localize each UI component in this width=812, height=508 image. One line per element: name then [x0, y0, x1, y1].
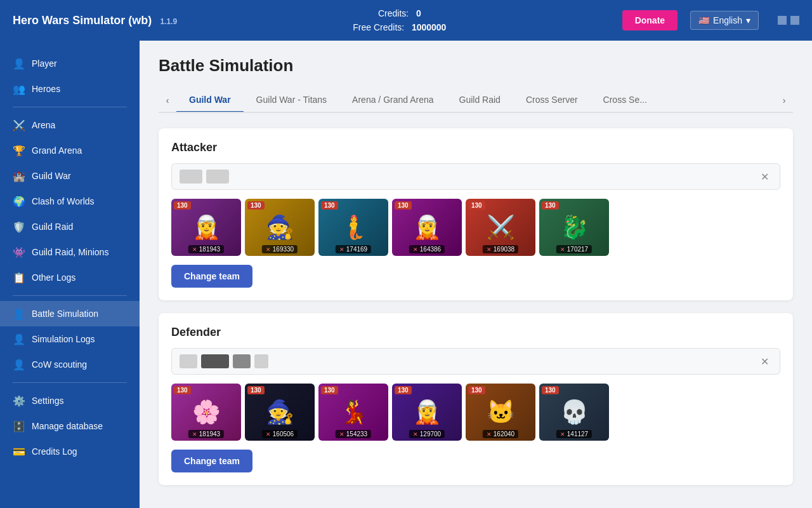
attacker-hero-6[interactable]: 🐉 130 ✕170217 — [539, 199, 609, 256]
defender-hero-2[interactable]: 🧙 130 ✕160506 — [245, 384, 315, 441]
sidebar-item-credits-log[interactable]: 💳 Credits Log — [0, 439, 140, 464]
credits-label: Credits: — [378, 8, 409, 18]
hero-level: 130 — [395, 386, 412, 394]
attacker-selector-bar: ✕ — [171, 163, 780, 190]
defender-selector-placeholders — [180, 354, 753, 368]
sidebar: 👤 Player 👥 Heroes ⚔️ Arena 🏆 Grand Arena… — [0, 41, 140, 508]
tab-cross-se[interactable]: Cross Se... — [591, 88, 660, 112]
sidebar-item-player[interactable]: 👤 Player — [0, 51, 140, 76]
settings-icon: ⚙️ — [13, 394, 25, 407]
sidebar-item-heroes[interactable]: 👥 Heroes — [0, 76, 140, 102]
hero-level: 130 — [174, 386, 191, 394]
attacker-hero-3[interactable]: 🧜 130 ✕174169 — [318, 199, 388, 256]
hero-level: 130 — [468, 386, 485, 394]
credits-log-icon: 💳 — [13, 445, 25, 458]
hero-power: ✕164386 — [409, 245, 445, 253]
attacker-change-team-button[interactable]: Change team — [171, 265, 252, 288]
app-version: 1.1.9 — [160, 17, 177, 26]
guild-war-icon: 🏰 — [13, 170, 25, 182]
manage-database-icon: 🗄️ — [13, 420, 25, 432]
simulation-logs-icon: 👤 — [13, 333, 25, 345]
attacker-selector-block-2 — [206, 170, 229, 184]
hero-level: 130 — [321, 386, 338, 394]
defender-hero-6[interactable]: 💀 130 ✕141127 — [539, 384, 609, 441]
tabs-next-arrow[interactable]: › — [775, 89, 793, 112]
sidebar-label-simulation-logs: Simulation Logs — [32, 334, 95, 344]
hero-power: ✕181943 — [188, 245, 224, 253]
free-credits-label: Free Credits: — [353, 22, 404, 32]
tab-guild-war-titans[interactable]: Guild War - Titans — [244, 88, 340, 112]
attacker-card: Attacker ✕ 🧝 130 ✕181943 🧙 130 — [159, 128, 793, 300]
attacker-hero-4[interactable]: 🧝 130 ✕164386 — [392, 199, 462, 256]
sidebar-label-guild-raid: Guild Raid — [32, 222, 73, 232]
sidebar-item-clash-of-worlds[interactable]: 🌍 Clash of Worlds — [0, 189, 140, 214]
sidebar-item-grand-arena[interactable]: 🏆 Grand Arena — [0, 138, 140, 163]
defender-change-team-button[interactable]: Change team — [171, 450, 252, 472]
defender-selector-block-3 — [233, 354, 251, 368]
maximize-button[interactable] — [790, 16, 799, 25]
heroes-icon: 👥 — [13, 83, 25, 95]
sidebar-item-settings[interactable]: ⚙️ Settings — [0, 388, 140, 413]
sidebar-label-other-logs: Other Logs — [32, 272, 75, 283]
hero-level: 130 — [321, 201, 338, 210]
hero-level: 130 — [395, 201, 412, 210]
chevron-down-icon: ▾ — [746, 15, 750, 25]
attacker-selector-block-1 — [180, 170, 202, 184]
sidebar-label-manage-database: Manage database — [32, 421, 103, 431]
tab-arena-grand-arena[interactable]: Arena / Grand Arena — [339, 88, 446, 112]
defender-hero-1[interactable]: 🌸 130 ✕181943 — [171, 384, 241, 441]
sidebar-label-credits-log: Credits Log — [32, 446, 77, 457]
defender-hero-4[interactable]: 🧝 130 ✕129700 — [392, 384, 462, 441]
other-logs-icon: 📋 — [13, 271, 25, 284]
sidebar-label-settings: Settings — [32, 396, 64, 406]
main-content: Battle Simulation ‹ Guild War Guild War … — [140, 41, 812, 508]
sidebar-label-cow-scouting: CoW scouting — [32, 359, 87, 370]
sidebar-item-cow-scouting[interactable]: 👤 CoW scouting — [0, 352, 140, 377]
app-title: Hero Wars Simulator (wb) 1.1.9 — [13, 14, 177, 27]
attacker-title: Attacker — [171, 141, 780, 154]
attacker-close-button[interactable]: ✕ — [757, 169, 772, 184]
hero-level: 130 — [174, 201, 191, 210]
sidebar-item-guild-raid[interactable]: 🛡️ Guild Raid — [0, 214, 140, 239]
hero-level: 130 — [542, 201, 559, 210]
sidebar-label-heroes: Heroes — [32, 84, 60, 94]
defender-selector-block-2 — [201, 354, 229, 368]
donate-button[interactable]: Donate — [622, 10, 678, 30]
sidebar-item-guild-war[interactable]: 🏰 Guild War — [0, 163, 140, 189]
sidebar-item-arena[interactable]: ⚔️ Arena — [0, 112, 140, 138]
hero-power: ✕160506 — [262, 430, 298, 438]
tab-cross-server[interactable]: Cross Server — [513, 88, 591, 112]
sidebar-item-battle-simulation[interactable]: 👤 Battle Simulation — [0, 301, 140, 326]
hero-power: ✕181943 — [188, 430, 224, 438]
tabs-prev-arrow[interactable]: ‹ — [159, 89, 176, 112]
sidebar-item-manage-database[interactable]: 🗄️ Manage database — [0, 413, 140, 439]
guild-raid-minions-icon: 👾 — [13, 246, 25, 258]
sidebar-label-clash-of-worlds: Clash of Worlds — [32, 196, 95, 206]
hero-power: ✕169330 — [262, 245, 298, 253]
hero-power: ✕169038 — [483, 245, 518, 253]
minimize-button[interactable] — [778, 16, 787, 25]
attacker-selector-placeholders — [180, 170, 753, 184]
hero-power: ✕141127 — [556, 430, 592, 438]
tab-guild-raid[interactable]: Guild Raid — [447, 88, 513, 112]
sidebar-label-guild-raid-minions: Guild Raid, Minions — [32, 247, 108, 257]
attacker-hero-5[interactable]: ⚔️ 130 ✕169038 — [466, 199, 535, 256]
attacker-hero-2[interactable]: 🧙 130 ✕169330 — [245, 199, 315, 256]
sidebar-item-other-logs[interactable]: 📋 Other Logs — [0, 265, 140, 290]
defender-heroes-grid: 🌸 130 ✕181943 🧙 130 ✕160506 💃 130 ✕15423… — [171, 384, 780, 441]
hero-level: 130 — [247, 201, 265, 210]
hero-level: 130 — [542, 386, 559, 394]
tab-guild-war[interactable]: Guild War — [176, 88, 244, 112]
language-selector[interactable]: 🇺🇸 English ▾ — [690, 11, 759, 30]
sidebar-divider-1 — [13, 107, 127, 107]
sidebar-label-arena: Arena — [32, 120, 55, 130]
arena-icon: ⚔️ — [13, 119, 25, 131]
sidebar-item-simulation-logs[interactable]: 👤 Simulation Logs — [0, 326, 140, 352]
defender-close-button[interactable]: ✕ — [757, 354, 772, 369]
defender-hero-3[interactable]: 💃 130 ✕154233 — [318, 384, 388, 441]
sidebar-label-grand-arena: Grand Arena — [32, 145, 82, 156]
sidebar-item-guild-raid-minions[interactable]: 👾 Guild Raid, Minions — [0, 239, 140, 265]
lang-name: English — [713, 15, 742, 25]
defender-hero-5[interactable]: 🐱 130 ✕162040 — [466, 384, 535, 441]
attacker-hero-1[interactable]: 🧝 130 ✕181943 — [171, 199, 241, 256]
